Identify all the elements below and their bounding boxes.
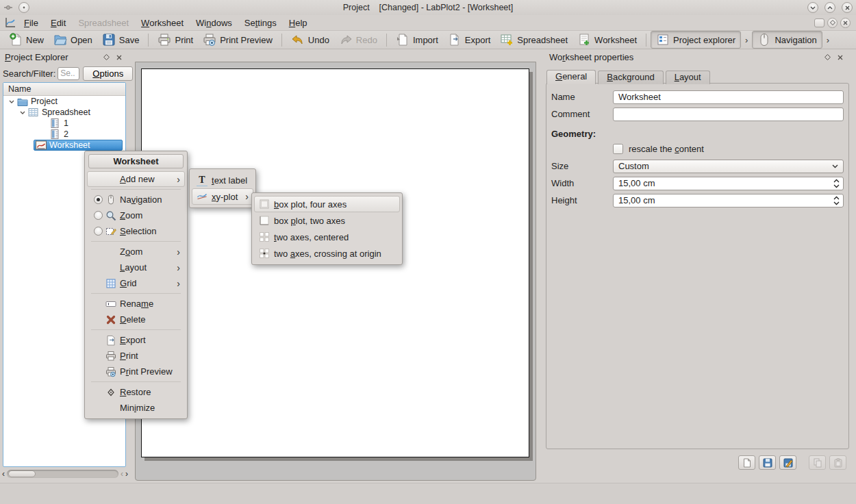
mdi-close-button[interactable] (840, 18, 851, 28)
dock-close-icon[interactable] (113, 55, 125, 60)
maximize-button[interactable] (824, 2, 835, 13)
menu-item-rename[interactable]: Rename (87, 296, 185, 312)
tab-background[interactable]: Background (598, 71, 663, 84)
print-preview-button[interactable]: Print Preview (198, 32, 277, 48)
properties-header: Worksheet properties (544, 49, 851, 65)
menu-help[interactable]: Help (283, 16, 314, 29)
close-button[interactable] (842, 2, 853, 13)
width-spinbox[interactable] (613, 177, 844, 190)
menu-item-export[interactable]: Export (87, 332, 185, 348)
save-edit-icon (783, 458, 793, 468)
scroll-left-icon[interactable]: ‹ (2, 469, 5, 479)
spreadsheet-icon (28, 108, 39, 118)
menu-item-print[interactable]: Print (87, 348, 185, 364)
size-row: Size Custom (551, 158, 844, 175)
menu-item-zoom-mode[interactable]: Zoom (87, 207, 185, 223)
export-icon (448, 33, 462, 47)
tree-item-worksheet[interactable]: Worksheet (3, 140, 125, 151)
two-axes-crossing-origin-icon (259, 248, 270, 259)
spinner-arrows-icon[interactable] (833, 179, 840, 188)
undo-button[interactable]: Undo (286, 32, 334, 48)
save-template-button[interactable] (759, 455, 776, 470)
menu-item-two-axes-crossing-origin[interactable]: two axes, crossing at origin (254, 245, 400, 262)
options-button[interactable]: Options (83, 66, 133, 81)
search-input[interactable] (58, 67, 79, 80)
menu-file[interactable]: File (18, 16, 45, 29)
menu-item-minimize[interactable]: Minimize (87, 400, 185, 416)
menu-item-box-plot-four-axes[interactable]: box plot, four axes (254, 196, 400, 212)
toolbar-overflow-chevron[interactable]: › (822, 35, 833, 45)
collapse-icon[interactable] (8, 100, 16, 103)
selected-row-highlight[interactable]: Worksheet (34, 140, 123, 151)
menu-item-add-new[interactable]: Add new › (87, 171, 185, 187)
toolbar-separator (646, 34, 646, 47)
radio-icon[interactable] (94, 227, 103, 236)
comment-input[interactable] (613, 108, 844, 121)
tab-layout[interactable]: Layout (666, 71, 710, 84)
menu-item-navigation[interactable]: Navigation (87, 192, 185, 207)
open-button[interactable]: Open (49, 32, 97, 48)
menu-settings[interactable]: Settings (238, 16, 283, 29)
menu-item-restore[interactable]: Restore (87, 384, 185, 400)
dock-float-icon[interactable] (100, 54, 113, 60)
menu-item-two-axes-centered[interactable]: two axes, centered (254, 229, 400, 245)
horizontal-scrollbar[interactable]: ‹ ‹ › (2, 469, 128, 479)
labplot-window: Project [Changed] - LabPlot2 - [Workshee… (0, 0, 856, 504)
width-input[interactable] (613, 177, 844, 190)
scrollbar-track[interactable] (7, 470, 118, 478)
menu-item-box-plot-two-axes[interactable]: box plot, two axes (254, 212, 400, 229)
menu-item-delete[interactable]: Delete (87, 312, 185, 327)
navigation-toggle[interactable]: Navigation (752, 31, 822, 49)
new-worksheet-button[interactable]: Worksheet (572, 32, 642, 48)
tree-item-column-2[interactable]: 2 (3, 129, 125, 140)
menu-item-selection[interactable]: Selection (87, 223, 185, 239)
size-combobox[interactable]: Custom (613, 160, 844, 173)
dock-close-icon[interactable] (834, 55, 846, 60)
menu-windows[interactable]: Windows (190, 16, 238, 29)
width-row: Width (551, 175, 844, 192)
print-button[interactable]: Print (153, 32, 198, 48)
new-spreadsheet-button[interactable]: Spreadsheet (495, 32, 572, 48)
toolbar-separator (281, 34, 282, 47)
radio-selected-icon[interactable] (94, 195, 103, 204)
menu-edit[interactable]: Edit (45, 16, 72, 29)
save-as-template-button[interactable] (779, 455, 796, 470)
menu-item-grid[interactable]: Grid › (87, 275, 185, 291)
menu-item-zoom[interactable]: Zoom › (87, 244, 185, 260)
window-menu-button[interactable] (18, 2, 29, 13)
spinner-arrows-icon[interactable] (833, 196, 840, 205)
load-template-button[interactable] (738, 455, 755, 470)
menu-item-text-label[interactable]: T text label (192, 172, 253, 188)
new-button[interactable]: New (4, 32, 49, 48)
height-input[interactable] (613, 194, 844, 207)
scroll-right-icon[interactable]: › (125, 469, 128, 479)
collapse-icon[interactable] (18, 111, 27, 114)
tree-item-project[interactable]: Project (3, 96, 125, 107)
tree-item-spreadsheet[interactable]: Spreadsheet (3, 107, 125, 118)
tab-general[interactable]: General (546, 70, 596, 84)
dock-float-icon[interactable] (821, 54, 834, 60)
tree-column-header[interactable]: Name (3, 83, 125, 96)
import-button[interactable]: Import (391, 32, 443, 48)
window-pin-icon[interactable] (3, 3, 13, 12)
mdi-float-button[interactable] (827, 18, 838, 28)
toolbar-overflow-chevron[interactable]: › (741, 35, 752, 45)
name-input[interactable] (613, 90, 844, 104)
height-spinbox[interactable] (613, 194, 844, 207)
titlebar: Project [Changed] - LabPlot2 - [Workshee… (0, 0, 856, 15)
box-plot-four-axes-icon (259, 199, 270, 210)
tree-item-column-1[interactable]: 1 (3, 118, 125, 129)
menu-item-xy-plot[interactable]: xy-plot › (192, 188, 253, 205)
minimize-button[interactable] (807, 2, 818, 13)
radio-icon[interactable] (94, 211, 103, 220)
menu-item-layout[interactable]: Layout › (87, 260, 185, 275)
menu-worksheet[interactable]: Worksheet (135, 16, 190, 29)
project-explorer-toggle[interactable]: Project explorer (651, 31, 741, 49)
export-button[interactable]: Export (443, 32, 496, 48)
save-button[interactable]: Save (97, 32, 144, 48)
menu-item-print-preview[interactable]: Print Preview (87, 364, 185, 379)
scrollbar-thumb[interactable] (8, 470, 36, 477)
mdi-restore-button[interactable] (814, 18, 824, 27)
rescale-checkbox[interactable] (613, 144, 623, 154)
scroll-left-icon[interactable]: ‹ (121, 469, 123, 479)
